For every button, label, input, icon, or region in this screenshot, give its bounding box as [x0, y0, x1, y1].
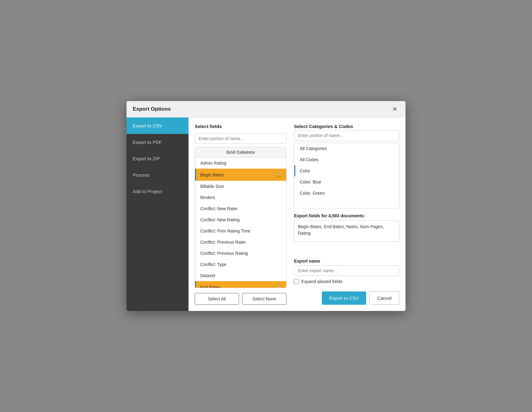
- lock-icon-end-bates: 🔒: [276, 284, 282, 288]
- export-fields-section: Export fields for 4,593 documents: Begin…: [294, 213, 399, 242]
- sidebar-item-export-csv[interactable]: Export to CSV: [126, 117, 188, 134]
- dialog-title: Export Options: [133, 106, 171, 112]
- field-item-conflict-previous-rating[interactable]: Conflict: Previous Rating: [195, 248, 286, 259]
- export-options-dialog: Export Options ✕ Export to CSV Export to…: [126, 101, 406, 311]
- expand-aliased-label: Expand aliased fields: [301, 279, 342, 284]
- sidebar-item-export-pdf[interactable]: Export to PDF: [126, 134, 188, 150]
- field-item-dataset[interactable]: Dataset: [195, 270, 286, 281]
- category-color[interactable]: Color: [294, 165, 399, 176]
- field-item-admin-rating[interactable]: Admin Rating: [195, 157, 286, 169]
- field-item-begin-bates[interactable]: Begin Bates 🔒: [195, 169, 286, 181]
- categories-search-input[interactable]: [294, 130, 399, 141]
- expand-aliased-row: Expand aliased fields: [294, 279, 399, 284]
- category-list: All Categories All Codes Color Color: Bl…: [294, 143, 399, 208]
- categories-wrapper: All Categories All Codes Color Color: Bl…: [294, 143, 399, 208]
- lock-icon-begin-bates: 🔒: [276, 172, 282, 178]
- field-item-conflict-previous-rater[interactable]: Conflict: Previous Rater: [195, 237, 286, 248]
- sidebar-item-process[interactable]: Process: [126, 167, 188, 183]
- sidebar-item-export-zip[interactable]: Export to ZIP: [126, 150, 188, 167]
- select-none-button[interactable]: Select None: [242, 293, 286, 305]
- export-name-input[interactable]: [294, 265, 399, 276]
- dialog-header: Export Options ✕: [126, 101, 406, 117]
- cancel-button[interactable]: Cancel: [369, 291, 399, 305]
- categories-section: Select Categories & Codes All Categories…: [294, 124, 399, 208]
- fields-panel: Select fields Grid Columns Admin Rating …: [195, 124, 286, 305]
- field-item-conflict-new-rater[interactable]: Conflict: New Rater: [195, 203, 286, 214]
- sidebar: Export to CSV Export to PDF Export to ZI…: [126, 117, 188, 311]
- fields-search-input[interactable]: [195, 133, 286, 144]
- category-all-categories[interactable]: All Categories: [294, 143, 399, 154]
- field-item-conflict-prev-rating-time[interactable]: Conflict: Prev Rating Time: [195, 225, 286, 237]
- field-item-conflict-new-rating[interactable]: Conflict: New Rating: [195, 214, 286, 225]
- field-buttons-row: Select All Select None: [195, 293, 286, 305]
- field-item-billable-size[interactable]: Billable Size: [195, 181, 286, 192]
- sidebar-item-add-to-project[interactable]: Add to Project: [126, 183, 188, 200]
- action-row: Export to CSV Cancel: [294, 291, 399, 305]
- field-list-header: Grid Columns: [195, 147, 286, 157]
- right-panel: Select Categories & Codes All Categories…: [294, 124, 399, 305]
- export-name-section: Export name Expand aliased fields: [294, 259, 399, 284]
- export-csv-button[interactable]: Export to CSV: [322, 291, 366, 305]
- main-content: Select fields Grid Columns Admin Rating …: [188, 117, 406, 311]
- expand-aliased-checkbox[interactable]: [294, 279, 299, 284]
- dialog-body: Export to CSV Export to PDF Export to ZI…: [126, 117, 406, 311]
- field-list: Admin Rating Begin Bates 🔒 Billable Size: [195, 157, 286, 288]
- field-item-end-bates[interactable]: End Bates 🔒: [195, 281, 286, 288]
- category-color-green[interactable]: Color: Green: [294, 188, 399, 199]
- category-color-blue[interactable]: Color: Blue: [294, 176, 399, 188]
- field-list-wrapper: Grid Columns Admin Rating Begin Bates 🔒: [195, 147, 286, 288]
- spacer: [294, 247, 399, 254]
- export-name-label: Export name: [294, 259, 399, 264]
- select-all-button[interactable]: Select All: [195, 293, 239, 305]
- field-item-conflict-type[interactable]: Conflict: Type: [195, 259, 286, 270]
- categories-title: Select Categories & Codes: [294, 124, 399, 129]
- fields-panel-title: Select fields: [195, 124, 286, 129]
- close-button[interactable]: ✕: [390, 105, 399, 113]
- export-fields-value: Begin Bates, End Bates, Notes, Num Pages…: [294, 220, 399, 242]
- category-all-codes[interactable]: All Codes: [294, 154, 399, 165]
- field-item-binders[interactable]: Binders: [195, 192, 286, 203]
- export-fields-label: Export fields for 4,593 documents:: [294, 213, 399, 218]
